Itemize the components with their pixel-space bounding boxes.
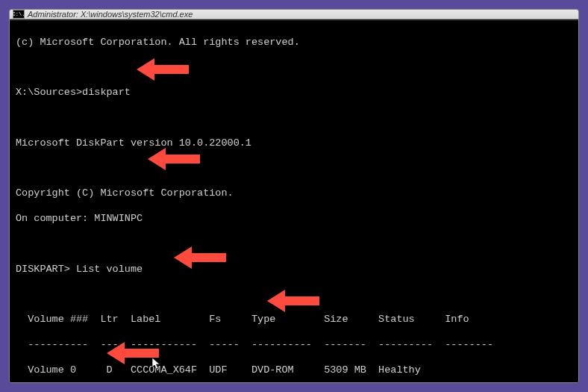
table-header: Volume ### Ltr Label Fs Type Size Status… bbox=[16, 314, 572, 326]
output-line: Microsoft DiskPart version 10.0.22000.1 bbox=[16, 137, 572, 150]
prompt-line: DISKPART> List volume bbox=[16, 264, 572, 276]
table-row: Volume 0 D CCCOMA_X64F UDF DVD-ROM 5309 … bbox=[16, 364, 572, 377]
terminal-output[interactable]: (c) Microsoft Corporation. All rights re… bbox=[10, 19, 578, 383]
output-blank bbox=[16, 238, 572, 251]
output-blank bbox=[16, 163, 572, 175]
output-line: Copyright (C) Microsoft Corporation. bbox=[16, 187, 572, 200]
output-line: On computer: MINWINPC bbox=[16, 213, 572, 225]
output-blank bbox=[16, 62, 572, 75]
cmd-icon: C:\. bbox=[13, 10, 25, 19]
output-blank bbox=[16, 288, 572, 301]
titlebar[interactable]: C:\. Administrator: X:\windows\system32\… bbox=[10, 10, 578, 19]
output-blank bbox=[16, 112, 572, 125]
output-line: (c) Microsoft Corporation. All rights re… bbox=[16, 37, 572, 49]
prompt-line: X:\Sources>diskpart bbox=[16, 87, 572, 99]
table-divider: ---------- --- ----------- ----- -------… bbox=[16, 339, 572, 352]
cmd-window: C:\. Administrator: X:\windows\system32\… bbox=[9, 9, 579, 383]
window-title: Administrator: X:\windows\system32\cmd.e… bbox=[28, 10, 193, 19]
window-frame: C:\. Administrator: X:\windows\system32\… bbox=[0, 0, 588, 392]
